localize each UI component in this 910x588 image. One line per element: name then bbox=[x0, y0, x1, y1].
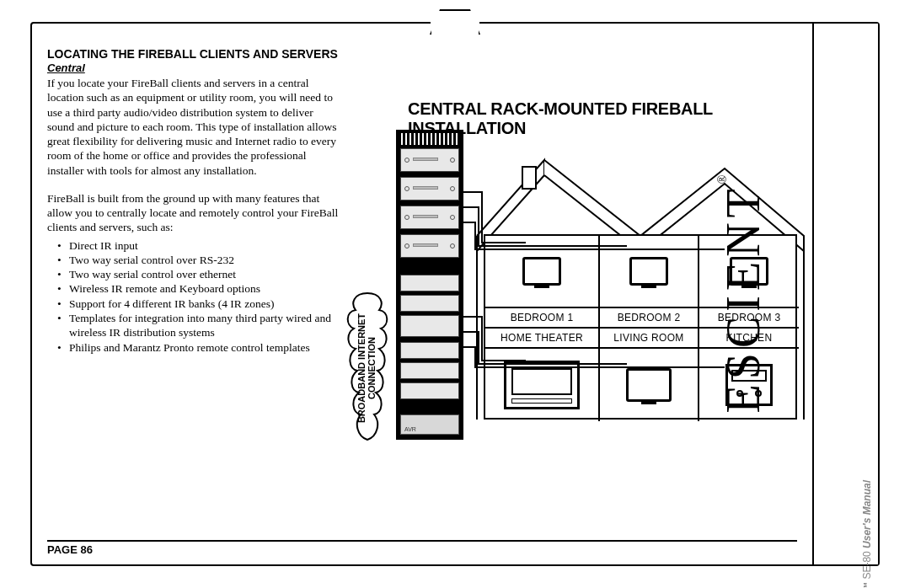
section-subhead: Central bbox=[47, 61, 806, 74]
room-label: BEDROOM 2 bbox=[600, 308, 699, 329]
feature-list: Direct IR input Two way serial control o… bbox=[47, 238, 339, 355]
brand-logo: ESCIENT® bbox=[717, 175, 771, 414]
section-heading: LOCATING THE FIREBALL CLIENTS AND SERVER… bbox=[47, 47, 806, 61]
manual-title: FireBall™ SE-80 User's Manual bbox=[861, 480, 873, 588]
feature-item: Direct IR input bbox=[69, 238, 339, 253]
registered-mark: ® bbox=[717, 175, 730, 184]
feature-item: Philips and Marantz Pronto remote contro… bbox=[69, 340, 339, 355]
paragraph-2: FireBall is built from the ground up wit… bbox=[47, 191, 339, 235]
room-label: BEDROOM 1 bbox=[485, 308, 600, 329]
content-area: LOCATING THE FIREBALL CLIENTS AND SERVER… bbox=[47, 47, 806, 536]
page-frame: LOCATING THE FIREBALL CLIENTS AND SERVER… bbox=[30, 22, 880, 566]
sidebar-brand: ESCIENT® FireBall™ SE-80 User's Manual bbox=[812, 24, 878, 564]
feature-item: Wireless IR remote and Keyboard options bbox=[69, 281, 339, 296]
page-footer: PAGE 86 bbox=[47, 540, 797, 556]
room-bedroom1 bbox=[485, 236, 600, 308]
body-text-column: If you locate your FireBall clients and … bbox=[47, 76, 339, 355]
feature-item: Templates for integration into many thir… bbox=[69, 311, 339, 340]
room-livingroom bbox=[600, 349, 699, 421]
equipment-rack-icon bbox=[396, 130, 463, 440]
page-number: PAGE 86 bbox=[47, 543, 93, 556]
feature-item: Two way serial control over RS-232 bbox=[69, 253, 339, 267]
tv-icon bbox=[629, 257, 668, 286]
cloud-label-2: CONNECTION bbox=[367, 337, 377, 399]
room-bedroom2 bbox=[600, 236, 699, 308]
svg-rect-2 bbox=[522, 167, 536, 189]
tv-icon bbox=[522, 257, 561, 286]
diagram-title: CENTRAL RACK-MOUNTED FIREBALL INSTALLATI… bbox=[408, 99, 816, 138]
feature-item: Support for 4 different IR banks (4 IR z… bbox=[69, 297, 339, 311]
projection-tv-icon bbox=[504, 361, 580, 409]
cloud-label-1: BROADBAND INTERNET bbox=[356, 313, 367, 423]
feature-item: Two way serial control over ethernet bbox=[69, 267, 339, 281]
room-label: HOME THEATER bbox=[485, 329, 600, 349]
paragraph-1: If you locate your FireBall clients and … bbox=[47, 76, 339, 178]
room-label: LIVING ROOM bbox=[600, 329, 699, 349]
internet-cloud-icon: BROADBAND INTERNET CONNECTION bbox=[342, 288, 393, 448]
tv-icon bbox=[626, 368, 672, 402]
room-hometheater bbox=[485, 349, 600, 421]
